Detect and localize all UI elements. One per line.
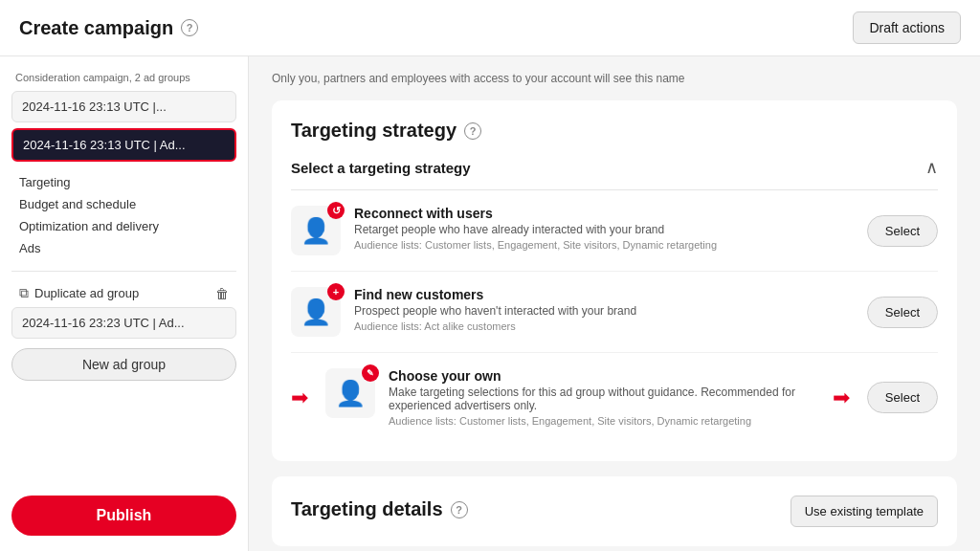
campaign-item-1[interactable]: 2024-11-16 23:13 UTC |... <box>11 91 236 122</box>
strategy-option-find-new: 👤 + Find new customers Prospect people w… <box>291 272 938 353</box>
duplicate-ad-group-button[interactable]: ⧉ Duplicate ad group <box>19 285 139 301</box>
sidebar-divider-1 <box>11 271 236 272</box>
reconnect-person-icon: 👤 <box>301 216 331 246</box>
ad-group-active-item[interactable]: 2024-11-16 23:13 UTC | Ad... <box>11 128 236 162</box>
reconnect-name: Reconnect with users <box>354 206 854 221</box>
find-new-icon-wrap: 👤 + <box>291 287 341 337</box>
targeting-strategy-card: Targeting strategy ? Select a targeting … <box>272 100 957 461</box>
main-layout: Consideration campaign, 2 ad groups 2024… <box>0 56 980 551</box>
header: Create campaign ? Draft actions <box>0 0 980 56</box>
info-text: Only you, partners and employees with ac… <box>272 72 957 85</box>
find-new-audience: Audience lists: Act alike customers <box>354 320 854 332</box>
choose-own-arrow-left: ➡ <box>291 386 308 410</box>
targeting-strategy-title-text: Targeting strategy <box>291 120 457 142</box>
publish-button[interactable]: Publish <box>11 496 236 536</box>
reconnect-select-button[interactable]: Select <box>867 215 938 247</box>
reconnect-audience: Audience lists: Customer lists, Engageme… <box>354 239 854 251</box>
find-new-person-icon: 👤 <box>301 298 331 327</box>
choose-own-text: Choose your own Make targeting selection… <box>389 368 819 427</box>
reconnect-text: Reconnect with users Retarget people who… <box>354 206 854 251</box>
strategy-option-reconnect: 👤 ↺ Reconnect with users Retarget people… <box>291 190 938 272</box>
sidebar-item-ads[interactable]: Ads <box>19 237 229 259</box>
find-new-text: Find new customers Prospect people who h… <box>354 287 854 332</box>
reconnect-badge-icon: ↺ <box>327 202 345 219</box>
targeting-details-card: Targeting details ? Use existing templat… <box>272 476 957 546</box>
select-strategy-label: Select a targeting strategy <box>291 160 471 176</box>
choose-own-arrow-right: ➡ <box>833 386 850 410</box>
new-ad-group-button[interactable]: New ad group <box>11 348 236 381</box>
choose-own-person-icon: 👤 <box>335 379 366 408</box>
reconnect-desc: Retarget people who have already interac… <box>354 223 854 236</box>
choose-own-audience: Audience lists: Customer lists, Engageme… <box>389 415 819 427</box>
targeting-details-help-icon[interactable]: ? <box>451 501 468 518</box>
sidebar-item-targeting[interactable]: Targeting <box>19 171 229 193</box>
draft-actions-button[interactable]: Draft actions <box>853 11 961 44</box>
choose-own-icon-wrap: 👤 ✎ <box>325 368 375 418</box>
content-area: Only you, partners and employees with ac… <box>249 56 980 551</box>
choose-own-select-button[interactable]: Select <box>867 382 938 413</box>
sidebar: Consideration campaign, 2 ad groups 2024… <box>0 56 249 551</box>
campaign-item-2[interactable]: 2024-11-16 23:23 UTC | Ad... <box>11 307 236 339</box>
use-template-button[interactable]: Use existing template <box>791 496 938 527</box>
duplicate-icon: ⧉ <box>19 285 29 301</box>
page-title: Create campaign ? <box>19 17 198 39</box>
find-new-name: Find new customers <box>354 287 854 302</box>
find-new-select-button[interactable]: Select <box>867 297 938 328</box>
targeting-details-header: Targeting details ? Use existing templat… <box>291 496 938 527</box>
select-strategy-header: Select a targeting strategy ∧ <box>291 145 938 190</box>
find-new-desc: Prospect people who haven't interacted w… <box>354 304 854 318</box>
delete-ad-group-button[interactable]: 🗑 <box>215 286 229 301</box>
sidebar-item-optimization[interactable]: Optimization and delivery <box>19 215 229 237</box>
strategy-help-icon[interactable]: ? <box>464 122 481 140</box>
collapse-icon[interactable]: ∧ <box>925 157 938 178</box>
strategy-option-choose-own: ➡ 👤 ✎ Choose your own Make targeting sel… <box>291 353 938 442</box>
choose-own-badge-icon: ✎ <box>362 364 379 382</box>
choose-own-name: Choose your own <box>389 368 819 384</box>
targeting-details-title-text: Targeting details <box>291 498 443 520</box>
sidebar-item-budget[interactable]: Budget and schedule <box>19 193 229 215</box>
targeting-details-title: Targeting details ? <box>291 498 468 520</box>
targeting-strategy-title: Targeting strategy ? <box>291 120 938 142</box>
title-help-icon[interactable]: ? <box>181 19 198 36</box>
find-new-badge-icon: + <box>327 283 345 300</box>
campaign-label: Consideration campaign, 2 ad groups <box>11 72 236 83</box>
reconnect-icon-wrap: 👤 ↺ <box>291 206 341 255</box>
duplicate-label: Duplicate ad group <box>34 286 139 300</box>
duplicate-row: ⧉ Duplicate ad group 🗑 <box>11 279 236 307</box>
choose-own-desc: Make targeting selections for this ad gr… <box>389 386 819 412</box>
page-title-text: Create campaign <box>19 17 173 39</box>
sidebar-nav: Targeting Budget and schedule Optimizati… <box>11 167 236 263</box>
